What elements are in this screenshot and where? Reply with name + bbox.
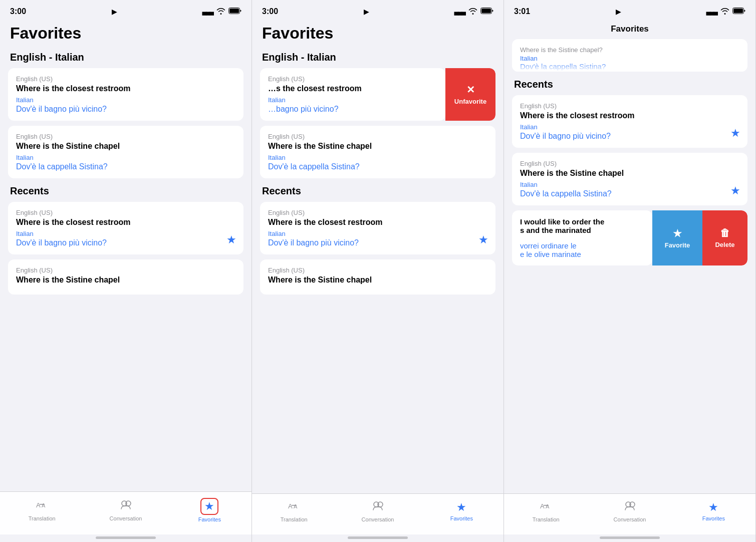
truncated-trans-text: Dov'è la cappella Sistina?: [520, 62, 739, 71]
favorite-action[interactable]: ★ Favorite: [652, 210, 702, 265]
star-icon-2[interactable]: ★: [478, 233, 488, 246]
tab-favorites-2[interactable]: ★ Favorites: [420, 499, 503, 523]
page-title-2: Favorites: [262, 24, 495, 43]
delete-action[interactable]: 🗑 Delete: [702, 210, 747, 265]
card-dual-swipe-container[interactable]: ★ Favorite 🗑 Delete I would like to orde…: [512, 210, 747, 265]
svg-text:A: A: [288, 502, 293, 510]
tab-conversation-1[interactable]: Conversation: [84, 497, 167, 523]
section-recents-3: Recents: [514, 79, 745, 90]
star-icon-1[interactable]: ★: [226, 233, 236, 246]
card-original-1: Where is the closest restroom: [16, 84, 235, 93]
card-lang-5: English (US): [268, 75, 437, 83]
favorites-tab-icon-3: ★: [708, 501, 718, 514]
tab-translation-1[interactable]: A A Translation: [0, 497, 84, 523]
card-swipe-container-1[interactable]: ✕ Unfavorite English (US) …s the closest…: [260, 68, 495, 121]
tab-favorites-3[interactable]: ★ Favorites: [672, 499, 755, 523]
card-original-9: Where is the closest restroom: [520, 111, 739, 120]
card-partial-order-3[interactable]: I would like to order thes and the marin…: [512, 210, 652, 265]
svg-text:A: A: [294, 503, 298, 509]
card-translated-11: vorrei ordinare lee le olive marinate: [520, 241, 644, 258]
star-icon-3[interactable]: ★: [730, 127, 740, 140]
svg-text:A: A: [42, 502, 46, 508]
location-icon-1: ▶: [112, 8, 117, 16]
svg-text:A: A: [540, 502, 545, 510]
tab-bar-2: A A Translation Conversation ★ Favorites: [252, 493, 503, 534]
page-title-1: Favorites: [10, 24, 243, 43]
conversation-tab-icon-2: [371, 500, 384, 515]
card-original-3: Where is the closest restroom: [16, 218, 235, 227]
status-bar-1: 3:00 ▶ ▄▄▄: [0, 0, 251, 20]
status-icons-2: ▄▄▄: [454, 8, 493, 16]
wifi-icon-3: [720, 8, 729, 16]
tab-favorites-label-1: Favorites: [198, 516, 221, 522]
nav-title-3: Favorites: [504, 20, 755, 39]
card-trans-lang-3: Italian: [16, 230, 235, 237]
card-lang-9: English (US): [520, 102, 739, 110]
tab-translation-label-2: Translation: [281, 516, 308, 522]
card-original-2: Where is the Sistine chapel: [16, 142, 235, 151]
svg-rect-15: [733, 9, 743, 13]
tab-conversation-label-1: Conversation: [110, 515, 142, 521]
tab-favorites-1[interactable]: ★ Favorites: [168, 496, 251, 524]
unfavorite-label: Unfavorite: [454, 98, 486, 105]
tab-bar-1: A A Translation Conversation ★ Favorit: [0, 491, 251, 534]
tab-translation-label-1: Translation: [29, 515, 56, 521]
card-translated-2: Dov'è la cappella Sistina?: [16, 162, 235, 171]
unfavorite-action[interactable]: ✕ Unfavorite: [445, 68, 495, 121]
tab-conversation-label-2: Conversation: [362, 516, 394, 522]
card-lang-4: English (US): [16, 266, 235, 274]
tab-conversation-3[interactable]: Conversation: [588, 498, 671, 524]
card-lang-3: English (US): [16, 209, 235, 216]
home-indicator-2: [348, 536, 408, 539]
card-translated-1: Dov'è il bagno più vicino?: [16, 105, 235, 114]
battery-icon-1: [228, 8, 241, 16]
star-icon-4[interactable]: ★: [730, 184, 740, 197]
tab-translation-3[interactable]: A A Translation: [504, 498, 588, 524]
section-recents-2: Recents: [262, 185, 493, 197]
card-translated-9: Dov'è il bagno più vicino?: [520, 132, 739, 141]
card-lang-1: English (US): [16, 75, 235, 83]
screen-1: 3:00 ▶ ▄▄▄ Favorites English - Ita: [0, 0, 252, 542]
truncated-trans-lang: Italian: [520, 55, 739, 62]
card-original-4: Where is the Sistine chapel: [16, 276, 235, 285]
card-recent-restroom-2[interactable]: English (US) Where is the closest restro…: [260, 202, 495, 254]
home-indicator-3: [600, 536, 660, 539]
card-original-5: …s the closest restroom: [268, 84, 437, 93]
card-trans-lang-6: Italian: [268, 154, 487, 161]
favorites-tab-icon-1: ★: [204, 500, 214, 513]
favorite-swipe-label: Favorite: [665, 241, 690, 249]
card-recent-sistine-2[interactable]: English (US) Where is the Sistine chapel: [260, 259, 495, 295]
status-time-3: 3:01: [514, 7, 530, 16]
card-recent-sistine-1[interactable]: English (US) Where is the Sistine chapel: [8, 259, 243, 295]
favorite-swipe-icon: ★: [673, 227, 682, 239]
tab-conversation-2[interactable]: Conversation: [336, 498, 419, 524]
card-translated-5: …bagno più vicino?: [268, 105, 437, 114]
card-translated-6: Dov'è la cappella Sistina?: [268, 162, 487, 171]
wifi-icon-1: [216, 8, 225, 16]
location-icon-2: ▶: [364, 8, 369, 16]
tab-translation-2[interactable]: A A Translation: [252, 498, 336, 524]
svg-text:A: A: [546, 503, 550, 509]
card-lang-6: English (US): [268, 133, 487, 140]
card-recent-restroom-3[interactable]: English (US) Where is the closest restro…: [512, 95, 747, 148]
card-original-11: I would like to order thes and the marin…: [520, 217, 644, 234]
location-icon-3: ▶: [616, 8, 621, 16]
card-partial-restroom-2[interactable]: English (US) …s the closest restroom Ita…: [260, 68, 445, 121]
card-sistine-fav-1[interactable]: English (US) Where is the Sistine chapel…: [8, 126, 243, 178]
card-translated-3: Dov'è il bagno più vicino?: [16, 238, 235, 247]
card-sistine-fav-2[interactable]: English (US) Where is the Sistine chapel…: [260, 126, 495, 178]
card-trans-lang-1: Italian: [16, 96, 235, 104]
section-english-italian-1: English - Italian: [10, 52, 241, 63]
card-recent-restroom-1[interactable]: English (US) Where is the closest restro…: [8, 202, 243, 254]
signal-icon-2: ▄▄▄: [454, 8, 465, 15]
status-icons-3: ▄▄▄: [706, 8, 745, 16]
section-english-italian-2: English - Italian: [262, 52, 493, 63]
card-original-8: Where is the Sistine chapel: [268, 276, 487, 285]
wifi-icon-2: [468, 8, 477, 16]
favorites-tab-icon-2: ★: [456, 501, 466, 514]
card-recent-sistine-3[interactable]: English (US) Where is the Sistine chapel…: [512, 153, 747, 205]
card-restroom-fav-1[interactable]: English (US) Where is the closest restro…: [8, 68, 243, 121]
card-lang-8: English (US): [268, 266, 487, 274]
card-trans-lang-2: Italian: [16, 154, 235, 161]
card-truncated-sistine-3[interactable]: Where is the Sistine chapel? Italian Dov…: [512, 39, 747, 72]
